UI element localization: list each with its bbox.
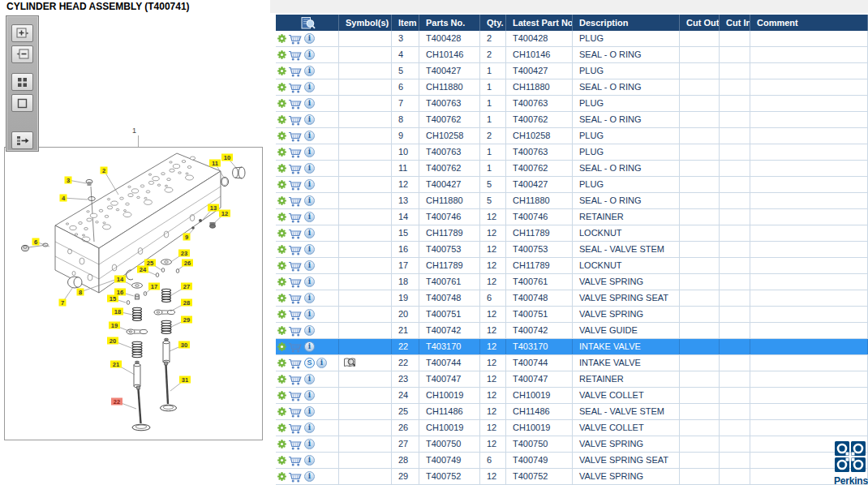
diagram-callout[interactable]: 7 xyxy=(59,287,74,307)
table-row[interactable]: i3T4004282T400428PLUG xyxy=(276,31,868,47)
diagram-panel[interactable]: 2346789101112131415161718192021222324252… xyxy=(4,147,263,440)
info-icon[interactable]: i xyxy=(304,455,315,466)
gear-icon[interactable] xyxy=(277,148,286,157)
info-icon[interactable]: i xyxy=(304,374,315,384)
table-row[interactable]: i19T4007486T400748VALVE SPRING SEAT xyxy=(276,290,868,307)
gear-icon[interactable] xyxy=(277,277,286,286)
gear-icon[interactable] xyxy=(277,67,286,75)
cart-icon[interactable] xyxy=(288,293,303,304)
supersession-icon[interactable]: S xyxy=(304,358,315,368)
cart-icon[interactable] xyxy=(288,114,303,126)
diagram-callout[interactable]: 14 xyxy=(114,276,132,286)
cart-icon[interactable] xyxy=(288,341,303,353)
info-icon[interactable]: i xyxy=(304,390,315,401)
info-icon[interactable]: i xyxy=(304,325,315,336)
table-row[interactable]: i21T40074212T400742VALVE GUIDE xyxy=(276,323,868,339)
gear-icon[interactable] xyxy=(277,358,286,367)
table-row[interactable]: i18T40076112T400761VALVE SPRING xyxy=(276,274,868,290)
diagram-callout[interactable]: 26 xyxy=(178,260,193,271)
gear-icon[interactable] xyxy=(277,212,286,221)
info-icon[interactable]: i xyxy=(304,244,315,255)
cart-icon[interactable] xyxy=(288,228,303,239)
cart-icon[interactable] xyxy=(288,244,303,255)
table-row[interactable]: i25CH1148612CH11486SEAL - VALVE STEM xyxy=(276,404,868,420)
info-icon[interactable]: i xyxy=(316,358,327,368)
column-header-actions[interactable] xyxy=(276,15,339,31)
full-view-button[interactable] xyxy=(11,94,33,112)
diagram-callout[interactable]: 19 xyxy=(109,322,131,333)
table-row[interactable]: i4CH101462CH10146SEAL - O RING xyxy=(276,47,868,63)
table-row[interactable]: i5T4004271T400427PLUG xyxy=(276,63,868,79)
table-row[interactable]: i23T40074712T400747RETAINER xyxy=(276,371,868,388)
table-row[interactable]: i12T4004275T400427PLUG xyxy=(276,177,868,193)
gear-icon[interactable] xyxy=(277,310,286,319)
diagram-callout[interactable]: 16 xyxy=(114,289,134,297)
diagram-callout[interactable]: 30 xyxy=(170,341,190,352)
gear-icon[interactable] xyxy=(277,115,286,124)
gear-icon[interactable] xyxy=(277,180,286,189)
gear-icon[interactable] xyxy=(277,342,286,351)
table-row[interactable]: i26CH1001912CH10019VALVE COLLET xyxy=(276,420,868,436)
table-row[interactable]: i7T4007631T400763PLUG xyxy=(276,96,868,112)
table-row[interactable]: i29T40075212T400752VALVE SPRING xyxy=(276,469,868,485)
table-row[interactable]: i9CH102582CH10258PLUG xyxy=(276,128,868,144)
cart-icon[interactable] xyxy=(288,33,303,45)
zoom-in-button[interactable] xyxy=(11,24,33,42)
cart-icon[interactable] xyxy=(288,260,303,272)
info-icon[interactable]: i xyxy=(304,406,315,417)
diagram-callout[interactable]: 24 xyxy=(137,266,156,276)
gear-icon[interactable] xyxy=(277,423,286,432)
cart-icon[interactable] xyxy=(288,131,303,142)
gear-icon[interactable] xyxy=(277,131,286,140)
diagram-callout[interactable]: 3 xyxy=(65,177,87,184)
table-row[interactable]: i28T4007496T400749VALVE SPRING SEAT xyxy=(276,453,868,469)
gear-icon[interactable] xyxy=(277,34,286,43)
info-icon[interactable]: i xyxy=(304,82,315,92)
table-row[interactable]: i15CH1178912CH11789LOCKNUT xyxy=(276,225,868,242)
info-icon[interactable]: i xyxy=(304,341,315,352)
toggle-list-panel-button[interactable] xyxy=(11,131,33,149)
info-icon[interactable]: i xyxy=(304,228,315,238)
book-magnifier-icon[interactable] xyxy=(299,16,316,30)
info-icon[interactable]: i xyxy=(304,114,315,125)
diagram-callout[interactable]: 12 xyxy=(214,210,230,224)
info-icon[interactable]: i xyxy=(304,260,315,271)
info-icon[interactable]: i xyxy=(304,163,315,174)
cart-icon[interactable] xyxy=(288,374,303,385)
diagram-callout[interactable]: 18 xyxy=(112,308,132,315)
table-row[interactable]: Si22T40074412T400744INTAKE VALVE xyxy=(276,355,868,371)
gear-icon[interactable] xyxy=(277,164,286,173)
diagram-callout[interactable]: 20 xyxy=(107,337,131,349)
diagram-callout[interactable]: 4 xyxy=(60,195,88,202)
cart-icon[interactable] xyxy=(288,309,303,320)
gear-icon[interactable] xyxy=(277,326,286,335)
info-icon[interactable]: i xyxy=(304,49,315,60)
info-icon[interactable]: i xyxy=(304,212,315,222)
cart-icon[interactable] xyxy=(288,439,303,450)
table-row[interactable]: i27T40075012T400750VALVE SPRING xyxy=(276,436,868,453)
info-icon[interactable]: i xyxy=(304,293,315,303)
info-icon[interactable]: i xyxy=(304,277,315,287)
info-icon[interactable]: i xyxy=(304,98,315,109)
table-row[interactable]: i14T40074612T400746RETAINER xyxy=(276,209,868,225)
cart-icon[interactable] xyxy=(288,358,303,369)
info-icon[interactable]: i xyxy=(304,66,315,76)
gear-icon[interactable] xyxy=(277,261,286,270)
table-row[interactable]: i6CH118801CH11880SEAL - O RING xyxy=(276,79,868,96)
gear-icon[interactable] xyxy=(277,440,286,449)
gear-icon[interactable] xyxy=(277,391,286,400)
table-row[interactable]: i22T40317012T403170INTAKE VALVE xyxy=(276,339,868,355)
gear-icon[interactable] xyxy=(277,407,286,416)
gear-icon[interactable] xyxy=(277,456,286,465)
cart-icon[interactable] xyxy=(288,406,303,418)
diagram-callout[interactable]: 2 xyxy=(101,167,119,195)
gear-icon[interactable] xyxy=(277,245,286,254)
diagram-callout[interactable]: 29 xyxy=(171,316,192,328)
info-icon[interactable]: i xyxy=(304,309,315,320)
cart-icon[interactable] xyxy=(288,212,303,223)
diagram-callout[interactable]: 28 xyxy=(170,299,192,312)
zoom-out-button[interactable] xyxy=(11,45,33,63)
diagram-callout[interactable]: 15 xyxy=(107,295,126,303)
cart-icon[interactable] xyxy=(288,195,303,207)
cart-icon[interactable] xyxy=(288,423,303,434)
